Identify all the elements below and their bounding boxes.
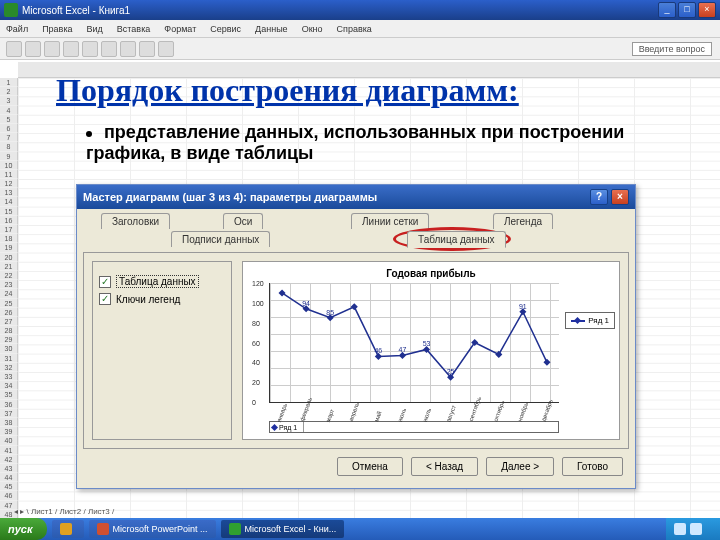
chart-line-series: [270, 283, 559, 402]
svg-rect-9: [495, 351, 502, 358]
excel-app-icon: [4, 3, 18, 17]
toolbar-icon[interactable]: [82, 41, 98, 57]
chart-data-table: Ряд 1: [269, 421, 559, 433]
tab-gridlines[interactable]: Линии сетки: [351, 213, 429, 229]
tab-axes[interactable]: Оси: [223, 213, 263, 229]
close-button[interactable]: ×: [698, 2, 716, 18]
help-button[interactable]: ?: [590, 189, 608, 205]
cancel-button[interactable]: Отмена: [337, 457, 403, 476]
svg-rect-3: [351, 303, 358, 310]
menubar: Файл Правка Вид Вставка Формат Сервис Да…: [0, 20, 720, 38]
menu-edit[interactable]: Правка: [42, 24, 72, 34]
label-legend-keys: Ключи легенд: [116, 294, 180, 305]
wizard-title: Мастер диаграмм (шаг 3 из 4): параметры …: [83, 191, 377, 203]
tab-datatable[interactable]: Таблица данных: [407, 231, 506, 248]
back-button[interactable]: < Назад: [411, 457, 478, 476]
data-table-series-header: Ряд 1: [270, 422, 304, 432]
menu-help[interactable]: Справка: [337, 24, 372, 34]
chart-title: Годовая прибыль: [249, 268, 613, 279]
next-button[interactable]: Далее >: [486, 457, 554, 476]
chart-wizard-dialog: Мастер диаграмм (шаг 3 из 4): параметры …: [76, 184, 636, 489]
bullet-text: представление данных, использованных при…: [86, 122, 646, 164]
toolbar-icon[interactable]: [63, 41, 79, 57]
taskbar-item[interactable]: [52, 520, 84, 538]
minimize-button[interactable]: _: [658, 2, 676, 18]
task-icon: [229, 523, 241, 535]
tray-icon[interactable]: [690, 523, 702, 535]
dialog-close-button[interactable]: ×: [611, 189, 629, 205]
page-title: Порядок построения диаграмм:: [56, 72, 519, 109]
menu-view[interactable]: Вид: [87, 24, 103, 34]
menu-format[interactable]: Формат: [164, 24, 196, 34]
tab-titles[interactable]: Заголовки: [101, 213, 170, 229]
wizard-titlebar[interactable]: Мастер диаграмм (шаг 3 из 4): параметры …: [77, 185, 635, 209]
toolbar-icon[interactable]: [44, 41, 60, 57]
menu-tools[interactable]: Сервис: [210, 24, 241, 34]
toolbar-icon[interactable]: [158, 41, 174, 57]
taskbar-item-powerpoint[interactable]: Microsoft PowerPoint ...: [89, 520, 216, 538]
toolbar: [0, 38, 720, 60]
tab-legend[interactable]: Легенда: [493, 213, 553, 229]
toolbar-icon[interactable]: [25, 41, 41, 57]
checkbox-data-table[interactable]: [99, 276, 111, 288]
start-button[interactable]: пуск: [0, 518, 47, 540]
chart-legend: Ряд 1: [565, 312, 615, 329]
toolbar-icon[interactable]: [120, 41, 136, 57]
toolbar-icon[interactable]: [139, 41, 155, 57]
menu-data[interactable]: Данные: [255, 24, 288, 34]
label-data-table: Таблица данных: [116, 275, 199, 288]
finish-button[interactable]: Готово: [562, 457, 623, 476]
row-headers: 1234567891011121314151617181920212223242…: [0, 78, 18, 518]
toolbar-icon[interactable]: [6, 41, 22, 57]
task-icon: [60, 523, 72, 535]
taskbar-item-excel[interactable]: Microsoft Excel - Кни...: [221, 520, 345, 538]
taskbar: пуск Microsoft PowerPoint ... Microsoft …: [0, 518, 720, 540]
chart-preview: Годовая прибыль 020406080100120январьфев…: [242, 261, 620, 440]
tray-icon[interactable]: [674, 523, 686, 535]
wizard-panel: Таблица данных Ключи легенд Годовая приб…: [83, 252, 629, 449]
legend-swatch: [571, 320, 585, 322]
help-question-input[interactable]: Введите вопрос: [632, 42, 712, 56]
legend-label: Ряд 1: [588, 316, 609, 325]
maximize-button[interactable]: □: [678, 2, 696, 18]
tab-datalabels[interactable]: Подписи данных: [171, 231, 270, 247]
sheet-tabs[interactable]: ◂ ▸ \ Лист1 / Лист2 / Лист3 /: [14, 507, 114, 516]
chart-plot-area: 020406080100120январьфевральмартапрельма…: [269, 283, 559, 403]
wizard-tabs: Заголовки Оси Линии сетки Легенда Подпис…: [83, 213, 629, 253]
menu-window[interactable]: Окно: [302, 24, 323, 34]
task-icon: [97, 523, 109, 535]
checkbox-legend-keys[interactable]: [99, 293, 111, 305]
app-title: Microsoft Excel - Книга1: [22, 5, 130, 16]
bullet-label: представление данных, использованных при…: [86, 122, 624, 163]
toolbar-icon[interactable]: [101, 41, 117, 57]
menu-insert[interactable]: Вставка: [117, 24, 150, 34]
options-group: Таблица данных Ключи легенд: [92, 261, 232, 440]
excel-titlebar: Microsoft Excel - Книга1 _ □ ×: [0, 0, 720, 20]
svg-rect-11: [543, 359, 550, 366]
system-tray[interactable]: [666, 518, 720, 540]
menu-file[interactable]: Файл: [6, 24, 28, 34]
